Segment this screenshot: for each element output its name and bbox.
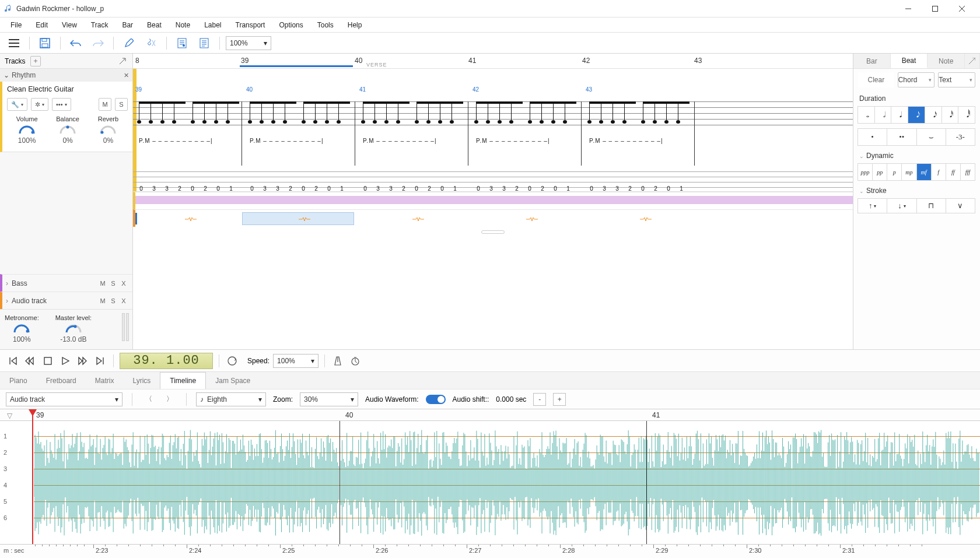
menu-track[interactable]: Track [84,19,116,31]
menu-tools[interactable]: Tools [310,19,341,31]
menu-view[interactable]: View [55,19,84,31]
note-value-select[interactable]: ♪Eighth▾ [196,392,266,406]
close-button[interactable] [949,0,975,17]
mod-triplet[interactable]: -3- [946,128,975,146]
more-dropdown[interactable]: •••▾ [52,98,71,111]
mute-button[interactable]: M [97,297,108,304]
menu-note[interactable]: Note [169,19,197,31]
menu-help[interactable]: Help [341,19,369,31]
audio-waveform-toggle[interactable] [426,395,446,404]
notation-view[interactable]: 39P.M – – – – – – – – – –|00333322002200… [133,69,853,192]
time-ruler[interactable]: m : sec 2:232:242:252:262:272:282:292:30… [0,544,980,558]
bass-track[interactable]: › Bass MSX [0,274,132,292]
clear-button[interactable]: Clear [858,72,894,87]
redo-icon[interactable] [89,35,107,51]
dyn-ff[interactable]: ff [946,163,961,181]
tab-lyrics[interactable]: Lyrics [123,372,160,389]
menu-beat[interactable]: Beat [140,19,169,31]
audio-lane[interactable] [133,209,853,227]
stroke-section[interactable]: ⌄Stroke [853,183,980,196]
save-icon[interactable] [36,35,54,51]
treble-select-icon[interactable] [142,35,160,51]
goto-start-icon[interactable] [6,354,20,368]
rewind-icon[interactable] [23,354,37,368]
dyn-p[interactable]: p [887,163,902,181]
dyn-f[interactable]: f [931,163,946,181]
dur-64th[interactable]: 𝅘𝅥𝅱 [958,106,975,124]
next-icon[interactable]: 〉 [163,392,177,406]
minimize-button[interactable] [895,0,922,17]
stroke-up[interactable]: ↑ ▾ [858,198,887,213]
add-track-button[interactable]: ＋ [30,56,41,66]
dynamic-section[interactable]: ⌄Dynamic [853,148,980,161]
stroke-pick-down[interactable]: ⊓ [916,198,946,213]
dyn-ppp[interactable]: ppp [858,163,873,181]
menu-label[interactable]: Label [197,19,228,31]
effects-dropdown[interactable]: ✲▾ [31,98,48,111]
menu-transport[interactable]: Transport [229,19,272,31]
dur-16th[interactable]: 𝅘𝅥𝅯 [925,106,942,124]
menu-file[interactable]: File [4,19,29,31]
dur-whole[interactable]: 𝅝 [858,106,875,124]
rhythm-track-header[interactable]: ⌄ Rhythm ✕ [0,69,132,82]
solo-button[interactable]: S [108,280,118,287]
mod-dotdot[interactable]: •• [887,128,916,146]
hamburger-icon[interactable] [5,35,23,51]
solo-button[interactable]: S [108,297,118,304]
maximize-button[interactable] [922,0,949,17]
shift-plus-button[interactable]: + [553,393,566,406]
menu-bar[interactable]: Bar [115,19,140,31]
close-icon[interactable]: X [118,297,129,304]
waveform-area[interactable]: ▽ 39 40 41 123456 [0,409,980,544]
timeline-zoom-select[interactable]: 30%▾ [300,392,358,406]
play-icon[interactable] [58,354,72,368]
mute-button[interactable]: M [97,280,108,287]
dur-quarter[interactable]: 𝅘𝅥 [891,106,908,124]
chord-dropdown[interactable]: Chord▾ [898,72,935,87]
countdown-icon[interactable] [348,354,362,368]
tab-timeline[interactable]: Timeline [160,372,206,389]
undo-icon[interactable] [66,35,85,51]
volume-knob[interactable]: Volume 100% [16,115,38,145]
solo-button[interactable]: S [115,98,128,111]
score-page-icon[interactable] [173,35,191,51]
dyn-fff[interactable]: fff [960,163,975,181]
mod-dot[interactable]: • [858,128,887,146]
wrench-dropdown[interactable]: 🔧▾ [7,98,27,111]
tracks-expand-icon[interactable] [117,56,128,66]
pencil-icon[interactable] [120,35,138,51]
tab-note[interactable]: Note [928,54,965,68]
prev-icon[interactable]: 〈 [142,392,156,406]
dur-eighth[interactable]: 𝅘𝅥𝅮 [908,106,925,124]
dur-half[interactable]: 𝅗𝅥 [874,106,892,124]
stroke-pick-up[interactable]: ∨ [946,198,975,213]
stroke-down[interactable]: ↓ ▾ [887,198,916,213]
stop-icon[interactable] [41,354,55,368]
tab-beat[interactable]: Beat [891,54,928,68]
bass-lane[interactable] [133,192,853,209]
tab-jamspace[interactable]: Jam Space [206,372,260,389]
expand-icon[interactable] [965,54,980,68]
audio-track[interactable]: › Audio track MSX [0,292,132,309]
dyn-mp[interactable]: mp [901,163,916,181]
dyn-mf[interactable]: mf [916,163,932,181]
expand-icon[interactable] [961,372,980,389]
timeline-track-select[interactable]: Audio track▾ [6,392,123,406]
lyrics-page-icon[interactable] [195,35,214,51]
mod-tie[interactable]: ⌣ [916,128,946,146]
metronome-icon[interactable] [331,354,345,368]
mute-button[interactable]: M [99,98,111,111]
tab-piano[interactable]: Piano [0,372,37,389]
menu-options[interactable]: Options [272,19,310,31]
tab-bar[interactable]: Bar [853,54,891,68]
loop-icon[interactable] [225,354,239,368]
goto-end-icon[interactable] [93,354,107,368]
zoom-select[interactable]: 100%▾ [226,36,271,50]
menu-edit[interactable]: Edit [29,19,55,31]
shift-minus-button[interactable]: - [533,393,546,406]
forward-icon[interactable] [76,354,90,368]
text-dropdown[interactable]: Text▾ [938,72,975,87]
close-icon[interactable]: ✕ [124,72,129,79]
close-icon[interactable]: X [118,280,129,287]
drag-handle[interactable] [481,230,505,234]
